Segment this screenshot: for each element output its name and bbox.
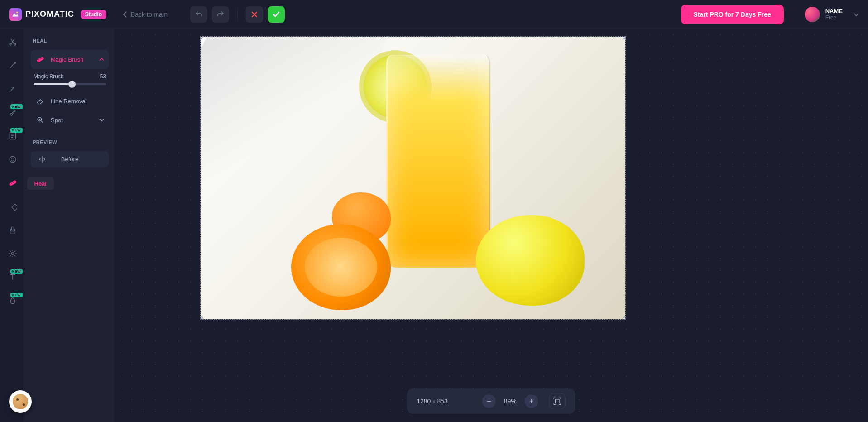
undo-icon (195, 10, 203, 19)
bandage-icon (35, 54, 45, 64)
chevron-down-icon (854, 10, 859, 19)
new-badge: NEW (10, 128, 23, 133)
zoom-level: 89% (504, 398, 517, 405)
dim-width: 1280 (417, 398, 431, 405)
chevron-down-icon (99, 117, 104, 123)
compare-icon (37, 154, 47, 164)
magic-brush-label: Magic Brush (51, 56, 83, 63)
tool-shape[interactable] (7, 201, 18, 212)
zoom-out-button[interactable]: − (482, 394, 496, 408)
dim-height: 853 (437, 398, 447, 405)
tool-color-picker[interactable]: NEW (7, 295, 18, 306)
tool-magic-brush[interactable]: Magic Brush (31, 50, 109, 69)
svg-point-15 (40, 58, 41, 59)
before-label: Before (61, 156, 78, 163)
magic-brush-slider-block: Magic Brush 53 (31, 69, 109, 91)
tool-face[interactable] (7, 154, 18, 165)
tool-line-removal[interactable]: Line Removal (31, 91, 109, 110)
avatar (805, 7, 820, 22)
logo[interactable]: PIXOMATIC Studio (9, 8, 106, 21)
svg-point-9 (13, 182, 14, 183)
fit-screen-icon (553, 397, 562, 406)
svg-rect-13 (36, 56, 44, 62)
svg-point-14 (38, 59, 39, 60)
tool-cut[interactable] (7, 36, 18, 47)
back-to-main-button[interactable]: Back to main (123, 11, 168, 18)
user-name: NAME (825, 8, 843, 15)
tool-stamp[interactable] (7, 225, 18, 235)
studio-badge: Studio (81, 10, 106, 19)
tool-heal[interactable]: Heal (7, 177, 18, 188)
svg-point-4 (10, 156, 15, 162)
new-badge: NEW (10, 269, 23, 274)
redo-icon (216, 10, 225, 19)
svg-rect-11 (12, 204, 17, 211)
cookie-icon (13, 394, 28, 409)
spot-label: Spot (51, 117, 63, 124)
user-plan: Free (825, 14, 843, 21)
svg-point-0 (16, 11, 18, 13)
undo-button[interactable] (190, 6, 207, 23)
target-icon (35, 115, 45, 125)
reject-button[interactable] (246, 6, 263, 23)
slider-label: Magic Brush (34, 73, 64, 80)
heading-preview: PREVIEW (31, 139, 109, 145)
accept-button[interactable] (268, 6, 285, 23)
svg-point-8 (11, 183, 12, 184)
svg-rect-18 (556, 399, 559, 403)
fit-to-screen-button[interactable] (549, 393, 566, 409)
svg-rect-7 (9, 180, 16, 186)
svg-point-6 (13, 158, 14, 159)
magic-brush-slider[interactable] (34, 83, 106, 85)
check-icon (273, 11, 280, 18)
before-button[interactable]: Before (31, 151, 109, 167)
tool-rail: NEW NEW Heal NEW NEW (0, 29, 25, 422)
tool-settings[interactable] (7, 248, 18, 259)
user-meta: NAME Free (825, 8, 843, 21)
logo-icon (9, 8, 22, 21)
heal-tooltip: Heal (27, 177, 54, 190)
chevron-up-icon (99, 56, 104, 62)
canvas-image[interactable] (200, 36, 626, 320)
canvas-area[interactable]: 1280 x 853 − 89% + (114, 29, 868, 422)
logo-text: PIXOMATIC (25, 10, 74, 19)
dimensions-display: 1280 x 853 (417, 398, 448, 405)
start-pro-button[interactable]: Start PRO for 7 Days Free (681, 5, 784, 24)
svg-point-12 (11, 253, 14, 255)
svg-point-2 (14, 43, 16, 45)
tool-arrow[interactable] (7, 83, 18, 94)
line-removal-label: Line Removal (51, 98, 87, 105)
canvas-footer: 1280 x 853 − 89% + (407, 388, 575, 414)
slider-fill (34, 83, 72, 85)
eraser-icon (35, 96, 45, 106)
back-label: Back to main (131, 11, 168, 18)
history-actions (190, 6, 285, 23)
resize-handle-bottom-right[interactable] (623, 316, 626, 320)
redo-button[interactable] (212, 6, 229, 23)
slider-value: 53 (100, 73, 106, 80)
cookie-settings-button[interactable] (9, 390, 32, 413)
main: NEW NEW Heal NEW NEW (0, 29, 868, 422)
heading-heal: HEAL (31, 38, 109, 43)
new-badge: NEW (10, 293, 23, 297)
svg-point-5 (11, 158, 12, 159)
tool-magic-wand[interactable] (7, 60, 18, 71)
tool-spot[interactable]: Spot (31, 110, 109, 129)
zoom-in-button[interactable]: + (525, 394, 538, 408)
close-icon (251, 11, 258, 18)
image-illustration (201, 37, 625, 319)
side-panel: HEAL Magic Brush Magic Brush 53 (25, 29, 114, 422)
app-header: PIXOMATIC Studio Back to main Start PRO … (0, 0, 868, 29)
svg-point-17 (39, 119, 40, 120)
divider (237, 8, 238, 21)
user-menu[interactable]: NAME Free (805, 7, 859, 22)
svg-point-1 (10, 43, 11, 45)
tool-text[interactable]: NEW (7, 272, 18, 283)
chevron-left-icon (123, 11, 127, 18)
dim-separator: x (432, 398, 435, 405)
new-badge: NEW (10, 104, 23, 109)
tool-template[interactable]: NEW (7, 130, 18, 141)
tool-brush[interactable]: NEW (7, 107, 18, 118)
svg-point-10 (13, 181, 14, 182)
slider-thumb[interactable] (68, 81, 76, 88)
